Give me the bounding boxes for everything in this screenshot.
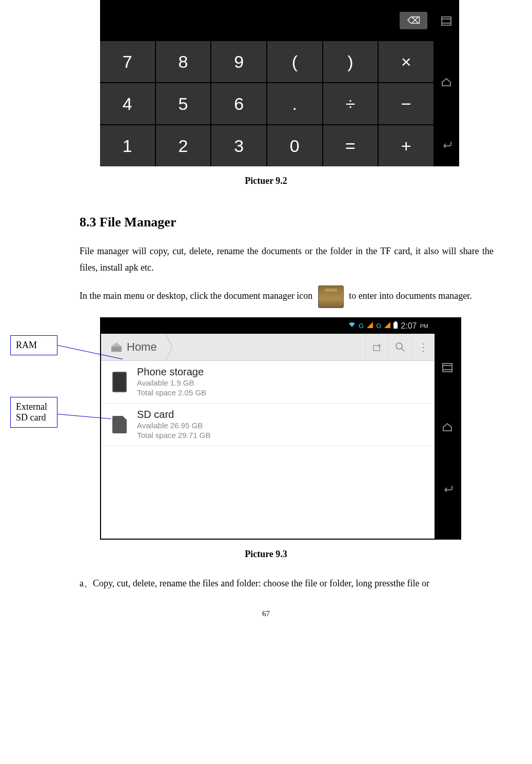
battery-icon xyxy=(393,321,398,330)
phone-storage-title: Phone storage xyxy=(137,366,206,378)
add-button[interactable] xyxy=(365,334,388,360)
file-manager-screenshot: G G 2:07 PM xyxy=(100,317,461,540)
storage-item-phone[interactable]: Phone storage Available 1.9 GB Total spa… xyxy=(101,361,435,404)
caption-9-2: Pictuer 9.2 xyxy=(31,176,501,186)
svg-rect-14 xyxy=(443,364,452,370)
key-rparen[interactable]: ) xyxy=(323,41,378,82)
key-9[interactable]: 9 xyxy=(211,41,266,82)
back-icon[interactable] xyxy=(442,482,453,495)
menu-button[interactable]: ⋮ xyxy=(411,334,435,360)
callout-ram: RAM xyxy=(10,335,57,355)
key-4[interactable]: 4 xyxy=(100,83,155,124)
backspace-key[interactable]: ⌫ xyxy=(400,12,427,29)
breadcrumb-home[interactable]: Home xyxy=(101,334,166,360)
wifi-icon xyxy=(348,322,356,330)
callout-sd: External SD card xyxy=(10,397,57,428)
key-minus[interactable]: − xyxy=(379,83,434,124)
svg-marker-16 xyxy=(443,424,451,431)
paragraph-2: In the main menu or desktop, click the d… xyxy=(80,285,494,308)
svg-rect-6 xyxy=(395,321,397,322)
key-7[interactable]: 7 xyxy=(100,41,155,82)
back-icon[interactable] xyxy=(441,138,452,151)
svg-rect-9 xyxy=(373,346,380,351)
sd-card-icon xyxy=(108,413,131,436)
key-8[interactable]: 8 xyxy=(156,41,211,82)
page-number: 67 xyxy=(31,609,501,618)
phone-storage-total: Total space 2.05 GB xyxy=(137,388,206,398)
status-bar: G G 2:07 PM xyxy=(101,318,435,334)
calculator-screenshot: ⌫ 7 8 9 ( ) × 4 5 6 . ÷ − 1 2 3 0 = xyxy=(100,0,459,166)
svg-marker-2 xyxy=(442,79,450,86)
svg-marker-8 xyxy=(111,342,122,347)
key-multiply[interactable]: × xyxy=(379,41,434,82)
breadcrumb-bar: Home ⋮ xyxy=(101,334,435,361)
search-button[interactable] xyxy=(388,334,411,360)
key-divide[interactable]: ÷ xyxy=(323,83,378,124)
bottom-paragraph: a、Copy, cut, delete, rename the files an… xyxy=(80,575,494,591)
svg-rect-1 xyxy=(442,19,451,25)
recent-apps-icon[interactable] xyxy=(441,15,451,29)
key-3[interactable]: 3 xyxy=(211,125,266,166)
key-0[interactable]: 0 xyxy=(267,125,322,166)
home-crumb-icon xyxy=(110,341,123,353)
sd-card-available: Available 26.95 GB xyxy=(137,421,210,431)
home-icon[interactable] xyxy=(442,422,452,435)
backspace-icon: ⌫ xyxy=(407,15,420,26)
section-heading: 8.3 File Manager xyxy=(80,215,501,230)
network-g-2: G xyxy=(376,322,381,330)
phone-storage-available: Available 1.9 GB xyxy=(137,378,206,388)
home-icon[interactable] xyxy=(441,77,451,90)
key-5[interactable]: 5 xyxy=(156,83,211,124)
svg-marker-4 xyxy=(384,322,390,328)
sd-card-total: Total space 29.71 GB xyxy=(137,430,210,441)
status-ampm: PM xyxy=(420,323,429,329)
caption-9-3: Picture 9.3 xyxy=(31,549,501,560)
paragraph-1: File manager will copy, cut, delete, ren… xyxy=(80,243,494,276)
recent-apps-icon[interactable] xyxy=(442,362,452,375)
key-equals[interactable]: = xyxy=(323,125,378,166)
key-lparen[interactable]: ( xyxy=(267,41,322,82)
svg-rect-0 xyxy=(442,17,451,23)
svg-rect-15 xyxy=(443,366,452,372)
svg-rect-5 xyxy=(393,322,398,329)
svg-point-12 xyxy=(396,343,402,349)
file-manager-icon xyxy=(318,285,344,308)
key-2[interactable]: 2 xyxy=(156,125,211,166)
signal-icon-1 xyxy=(367,322,373,330)
sd-card-title: SD card xyxy=(137,409,210,421)
key-1[interactable]: 1 xyxy=(100,125,155,166)
key-6[interactable]: 6 xyxy=(211,83,266,124)
key-plus[interactable]: + xyxy=(379,125,434,166)
svg-marker-3 xyxy=(367,322,373,328)
signal-icon-2 xyxy=(384,322,390,330)
status-time: 2:07 xyxy=(401,321,417,331)
key-dot[interactable]: . xyxy=(267,83,322,124)
network-g-1: G xyxy=(359,322,364,330)
storage-item-sd[interactable]: SD card Available 26.95 GB Total space 2… xyxy=(101,404,435,446)
phone-storage-icon xyxy=(108,371,131,393)
svg-line-13 xyxy=(402,349,404,351)
